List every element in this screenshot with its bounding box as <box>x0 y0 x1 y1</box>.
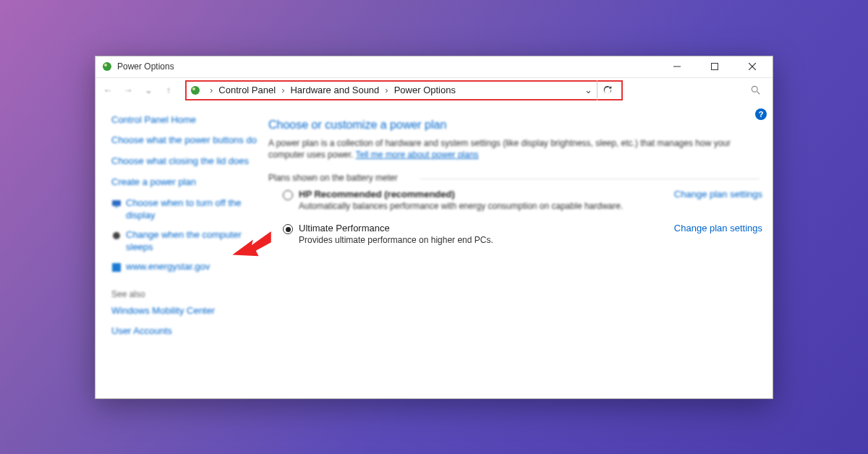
description-text: A power plan is a collection of hardware… <box>268 138 731 160</box>
see-also-link[interactable]: Windows Mobility Center <box>111 305 257 317</box>
content-area: ? Choose or customize a power plan A pow… <box>265 103 773 398</box>
power-plan-option: Ultimate Performance Provides ultimate p… <box>268 223 762 245</box>
energystar-icon <box>111 262 122 273</box>
chevron-right-icon: › <box>385 85 388 95</box>
back-button[interactable]: ← <box>100 82 116 98</box>
chevron-right-icon: › <box>281 85 284 95</box>
svg-point-6 <box>191 86 200 95</box>
svg-rect-11 <box>115 207 118 207</box>
display-icon <box>111 199 122 209</box>
titlebar: Power Options <box>95 56 773 78</box>
breadcrumb[interactable]: › Control Panel › Hardware and Sound › P… <box>185 80 623 100</box>
power-plan-option: HP Recommended (recommended) Automatical… <box>268 189 762 211</box>
svg-point-8 <box>752 86 757 92</box>
sidebar-link[interactable]: Choose when to turn off the display <box>126 197 257 222</box>
plan-description: Provides ultimate performance on higher … <box>299 235 674 245</box>
minimize-button[interactable] <box>663 56 692 77</box>
svg-point-1 <box>104 64 107 67</box>
maximize-button[interactable] <box>700 56 729 77</box>
sidebar-link[interactable]: Choose what closing the lid does <box>111 155 257 168</box>
nav-toolbar: ← → ⌄ ↑ › Control Panel › Hardware and S… <box>95 78 773 103</box>
close-button[interactable] <box>738 56 767 77</box>
plan-name: Ultimate Performance <box>299 223 674 234</box>
see-also-label: See also <box>111 289 257 299</box>
breadcrumb-item[interactable]: Control Panel <box>217 85 277 95</box>
svg-point-12 <box>113 232 120 239</box>
svg-point-7 <box>192 87 195 90</box>
sidebar-home-link[interactable]: Control Panel Home <box>111 114 257 127</box>
group-label: Plans shown on the battery meter <box>268 170 762 183</box>
plan-name: HP Recommended (recommended) <box>299 189 674 200</box>
sidebar-link[interactable]: www.energystar.gov <box>126 261 210 273</box>
svg-rect-3 <box>712 64 718 70</box>
power-options-window: Power Options ← → ⌄ ↑ › Control Panel › … <box>95 56 773 399</box>
change-plan-settings-link[interactable]: Change plan settings <box>674 223 762 234</box>
svg-rect-10 <box>112 200 121 206</box>
radio-button[interactable] <box>283 224 293 234</box>
forward-button[interactable]: → <box>120 82 136 98</box>
breadcrumb-item[interactable]: Power Options <box>393 85 457 95</box>
learn-more-link[interactable]: Tell me more about power plans <box>356 150 479 160</box>
page-heading: Choose or customize a power plan <box>268 119 762 132</box>
sidebar-link[interactable]: Choose what the power buttons do <box>111 134 257 147</box>
sidebar: Control Panel Home Choose what the power… <box>95 103 265 398</box>
radio-button[interactable] <box>283 190 293 200</box>
search-input[interactable] <box>627 85 768 95</box>
refresh-button[interactable] <box>597 80 618 100</box>
chevron-right-icon: › <box>210 85 213 95</box>
plan-description: Automatically balances performance with … <box>299 201 674 211</box>
window-title: Power Options <box>117 61 174 72</box>
chevron-down-icon[interactable]: ⌄ <box>584 85 592 95</box>
recent-button[interactable]: ⌄ <box>140 82 156 98</box>
see-also-link[interactable]: User Accounts <box>111 325 257 338</box>
svg-point-0 <box>103 62 111 71</box>
sidebar-link[interactable]: Create a power plan <box>111 176 257 189</box>
main-area: Control Panel Home Choose what the power… <box>95 103 773 398</box>
app-icon <box>101 61 113 72</box>
breadcrumb-item[interactable]: Hardware and Sound <box>289 85 380 95</box>
sidebar-link[interactable]: Change when the computer sleeps <box>126 229 257 254</box>
change-plan-settings-link[interactable]: Change plan settings <box>674 189 762 200</box>
up-button[interactable]: ↑ <box>161 82 176 98</box>
search-icon <box>751 85 761 95</box>
window-controls <box>663 56 767 77</box>
svg-line-9 <box>757 91 760 94</box>
svg-rect-13 <box>112 263 121 272</box>
sleep-icon <box>111 231 122 241</box>
breadcrumb-icon <box>190 85 201 96</box>
page-description: A power plan is a collection of hardware… <box>268 137 762 162</box>
